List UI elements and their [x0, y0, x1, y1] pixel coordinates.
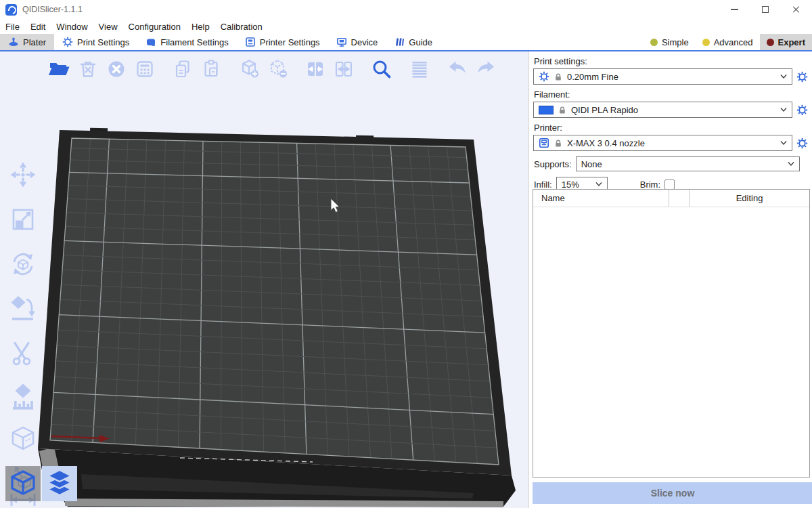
arrange-button[interactable]: [133, 57, 157, 81]
object-list-header: Name Editing: [533, 190, 809, 207]
variable-layer-height-button[interactable]: [407, 57, 432, 81]
gear-icon: [62, 37, 73, 47]
tab-label: Plater: [23, 37, 46, 47]
printer-edit-button[interactable]: [794, 135, 809, 150]
redo-button[interactable]: [474, 57, 498, 81]
minimize-button[interactable]: [719, 0, 750, 19]
move-tool-button[interactable]: [7, 158, 39, 191]
redo-icon: [474, 58, 497, 81]
mode-switcher: Simple Advanced Expert: [644, 34, 812, 50]
chevron-down-icon: [780, 141, 787, 145]
preview-view-button[interactable]: [42, 466, 77, 501]
tab-label: Printer Settings: [260, 37, 320, 47]
preview-layers-icon: [42, 466, 77, 501]
slice-now-button[interactable]: Slice now: [533, 482, 812, 504]
lock-icon: [554, 72, 562, 81]
mode-advanced[interactable]: Advanced: [696, 34, 760, 50]
mode-label: Simple: [662, 37, 689, 47]
filament-label: Filament:: [534, 89, 812, 100]
brim-label: Brim:: [640, 179, 660, 190]
cut-tool-button[interactable]: [7, 337, 39, 370]
supports-label: Supports:: [534, 159, 572, 169]
split-parts-button[interactable]: [332, 57, 356, 81]
paste-button[interactable]: [199, 57, 223, 81]
lock-icon: [554, 139, 562, 148]
top-toolbar: [47, 57, 502, 81]
delete-all-button[interactable]: [104, 57, 129, 81]
search-button[interactable]: [369, 57, 394, 81]
printer-combo[interactable]: X-MAX 3 0.4 nozzle: [533, 135, 792, 151]
scale-tool-button[interactable]: [7, 203, 39, 236]
seam-icon: [8, 424, 38, 454]
open-folder-button[interactable]: [47, 57, 72, 81]
menu-calibration[interactable]: Calibration: [215, 19, 268, 34]
column-header-extruder[interactable]: [669, 190, 689, 207]
gear-icon: [796, 104, 808, 116]
editor-view-button[interactable]: [5, 466, 41, 501]
printer-icon: [539, 137, 549, 148]
copy-button[interactable]: [171, 57, 195, 81]
view-toggles: [5, 466, 77, 501]
search-icon: [370, 58, 393, 81]
tab-label: Filament Settings: [160, 37, 228, 47]
chevron-down-icon: [780, 108, 787, 112]
print-settings-combo[interactable]: 0.20mm Fine: [533, 68, 792, 85]
tab-device[interactable]: Device: [328, 34, 386, 50]
filament-icon: [145, 37, 156, 47]
gear-icon: [539, 71, 549, 82]
place-on-face-tool-button[interactable]: [7, 292, 39, 324]
undo-button[interactable]: [445, 57, 470, 81]
qidislicer-window: QIDISlicer-1.1.1 File Edit Window View C…: [0, 0, 812, 508]
window-title: QIDISlicer-1.1.1: [22, 5, 83, 14]
tab-guide[interactable]: Guide: [386, 34, 441, 50]
object-list-table[interactable]: Name Editing: [533, 189, 810, 478]
menu-configuration[interactable]: Configuration: [123, 19, 186, 34]
column-header-name[interactable]: Name: [533, 193, 669, 203]
menubar: File Edit Window View Configuration Help…: [0, 19, 812, 34]
supports-combo[interactable]: None: [576, 156, 800, 171]
seam-tool-button[interactable]: [7, 423, 39, 455]
supports-value: None: [581, 159, 783, 169]
mode-simple[interactable]: Simple: [644, 34, 696, 50]
chevron-down-icon: [780, 75, 787, 79]
menu-help[interactable]: Help: [186, 19, 215, 34]
menu-edit[interactable]: Edit: [25, 19, 51, 34]
copy-icon: [171, 58, 194, 81]
place-on-face-icon: [8, 293, 38, 323]
delete-button[interactable]: [76, 57, 100, 81]
brim-checkbox[interactable]: [664, 179, 675, 190]
tab-label: Guide: [409, 37, 432, 47]
titlebar: QIDISlicer-1.1.1: [0, 0, 812, 19]
menu-window[interactable]: Window: [51, 19, 93, 34]
viewport-3d[interactable]: [0, 51, 528, 508]
tab-print-settings[interactable]: Print Settings: [54, 34, 137, 50]
mode-expert[interactable]: Expert: [760, 34, 812, 50]
filament-combo[interactable]: QIDI PLA Rapido: [533, 102, 792, 118]
add-instance-icon: [238, 58, 261, 81]
close-button[interactable]: [781, 0, 812, 19]
expert-dot-icon: [767, 39, 774, 46]
mode-label: Advanced: [714, 37, 753, 47]
add-instance-button[interactable]: [237, 57, 261, 81]
split-objects-button[interactable]: [303, 57, 328, 81]
filament-edit-button[interactable]: [794, 102, 809, 117]
maximize-button[interactable]: [750, 0, 781, 19]
tab-plater[interactable]: Plater: [0, 34, 54, 50]
device-icon: [336, 37, 347, 47]
column-header-editing[interactable]: Editing: [689, 190, 809, 207]
menu-file[interactable]: File: [0, 19, 25, 34]
settings-panel: Print settings: 0.20mm Fin: [528, 51, 812, 508]
tab-strip: Plater Print Settings Filament Settings: [0, 34, 812, 51]
rotate-icon: [8, 249, 38, 279]
paste-icon: [200, 58, 223, 81]
infill-label: Infill:: [534, 179, 552, 190]
print-settings-edit-button[interactable]: [794, 69, 809, 84]
remove-instance-button[interactable]: [265, 57, 290, 81]
tab-printer-settings[interactable]: Printer Settings: [237, 34, 328, 50]
paint-supports-tool-button[interactable]: [7, 381, 39, 413]
tab-filament-settings[interactable]: Filament Settings: [137, 34, 236, 50]
rotate-tool-button[interactable]: [7, 248, 39, 280]
menu-view[interactable]: View: [93, 19, 123, 34]
remove-instance-icon: [266, 58, 289, 81]
printer-icon: [245, 37, 256, 47]
